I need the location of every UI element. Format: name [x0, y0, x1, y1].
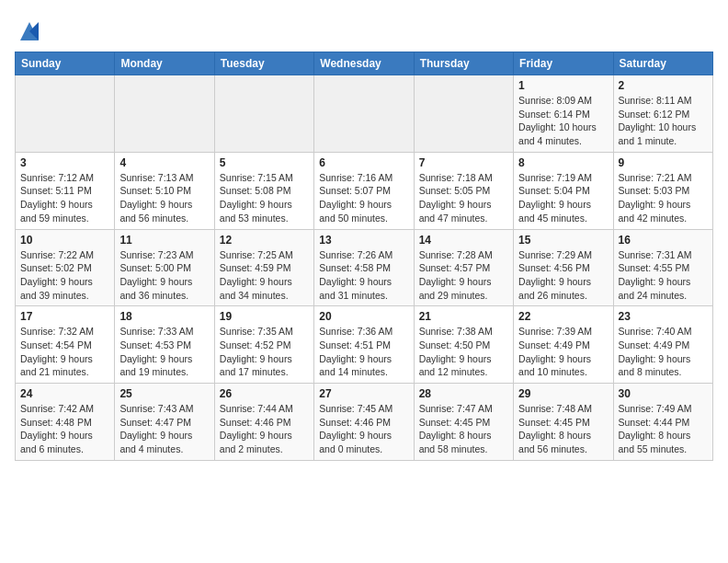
day-number: 6 [319, 156, 408, 169]
day-number: 17 [20, 310, 109, 323]
calendar-cell: 9Sunrise: 7:21 AM Sunset: 5:03 PM Daylig… [613, 152, 712, 229]
day-of-week-header: Monday [115, 52, 214, 75]
calendar-cell: 2Sunrise: 8:11 AM Sunset: 6:12 PM Daylig… [613, 75, 712, 153]
day-info: Sunrise: 7:32 AM Sunset: 4:54 PM Dayligh… [20, 325, 109, 379]
day-of-week-header: Thursday [414, 52, 513, 75]
calendar-cell: 27Sunrise: 7:45 AM Sunset: 4:46 PM Dayli… [314, 384, 414, 461]
day-info: Sunrise: 7:45 AM Sunset: 4:46 PM Dayligh… [319, 402, 408, 456]
calendar-cell: 30Sunrise: 7:49 AM Sunset: 4:44 PM Dayli… [613, 384, 712, 461]
day-info: Sunrise: 8:11 AM Sunset: 6:12 PM Dayligh… [619, 94, 708, 148]
calendar-cell: 24Sunrise: 7:42 AM Sunset: 4:48 PM Dayli… [16, 384, 115, 461]
day-info: Sunrise: 7:36 AM Sunset: 4:51 PM Dayligh… [319, 325, 408, 379]
calendar-cell: 13Sunrise: 7:26 AM Sunset: 4:58 PM Dayli… [314, 229, 414, 306]
day-info: Sunrise: 7:43 AM Sunset: 4:47 PM Dayligh… [119, 402, 209, 456]
day-info: Sunrise: 7:19 AM Sunset: 5:04 PM Dayligh… [518, 171, 608, 225]
day-number: 18 [119, 310, 209, 323]
day-info: Sunrise: 7:38 AM Sunset: 4:50 PM Dayligh… [419, 325, 508, 379]
page-header [15, 15, 713, 44]
day-info: Sunrise: 7:13 AM Sunset: 5:10 PM Dayligh… [119, 171, 209, 225]
calendar-cell [414, 75, 513, 153]
calendar-cell: 21Sunrise: 7:38 AM Sunset: 4:50 PM Dayli… [414, 306, 513, 384]
calendar-cell: 16Sunrise: 7:31 AM Sunset: 4:55 PM Dayli… [613, 229, 712, 306]
calendar-cell: 18Sunrise: 7:33 AM Sunset: 4:53 PM Dayli… [115, 306, 214, 384]
calendar-cell: 28Sunrise: 7:47 AM Sunset: 4:45 PM Dayli… [414, 384, 513, 461]
day-info: Sunrise: 7:47 AM Sunset: 4:45 PM Dayligh… [419, 402, 508, 456]
calendar-week-row: 1Sunrise: 8:09 AM Sunset: 6:14 PM Daylig… [16, 75, 713, 153]
calendar-header-row: SundayMondayTuesdayWednesdayThursdayFrid… [16, 52, 713, 75]
day-info: Sunrise: 7:12 AM Sunset: 5:11 PM Dayligh… [20, 171, 109, 225]
calendar-cell: 12Sunrise: 7:25 AM Sunset: 4:59 PM Dayli… [214, 229, 313, 306]
day-number: 13 [319, 234, 408, 247]
calendar-cell: 23Sunrise: 7:40 AM Sunset: 4:49 PM Dayli… [613, 306, 712, 384]
day-number: 11 [119, 234, 209, 247]
day-info: Sunrise: 7:44 AM Sunset: 4:46 PM Dayligh… [220, 402, 309, 456]
day-number: 1 [518, 79, 608, 92]
calendar-table: SundayMondayTuesdayWednesdayThursdayFrid… [15, 52, 713, 461]
day-number: 9 [619, 156, 708, 169]
day-info: Sunrise: 8:09 AM Sunset: 6:14 PM Dayligh… [518, 94, 608, 148]
day-of-week-header: Friday [514, 52, 613, 75]
day-number: 5 [220, 156, 309, 169]
day-of-week-header: Sunday [16, 52, 115, 75]
calendar-cell: 15Sunrise: 7:29 AM Sunset: 4:56 PM Dayli… [514, 229, 613, 306]
day-number: 24 [20, 387, 109, 400]
day-info: Sunrise: 7:18 AM Sunset: 5:05 PM Dayligh… [419, 171, 508, 225]
day-info: Sunrise: 7:40 AM Sunset: 4:49 PM Dayligh… [619, 325, 708, 379]
day-number: 19 [220, 310, 309, 323]
calendar-cell: 25Sunrise: 7:43 AM Sunset: 4:47 PM Dayli… [115, 384, 214, 461]
calendar-week-row: 10Sunrise: 7:22 AM Sunset: 5:02 PM Dayli… [16, 229, 713, 306]
day-number: 20 [319, 310, 408, 323]
day-number: 14 [419, 234, 508, 247]
day-info: Sunrise: 7:35 AM Sunset: 4:52 PM Dayligh… [220, 325, 309, 379]
calendar-week-row: 3Sunrise: 7:12 AM Sunset: 5:11 PM Daylig… [16, 152, 713, 229]
calendar-cell [214, 75, 313, 153]
day-info: Sunrise: 7:16 AM Sunset: 5:07 PM Dayligh… [319, 171, 408, 225]
calendar-cell: 7Sunrise: 7:18 AM Sunset: 5:05 PM Daylig… [414, 152, 513, 229]
calendar-cell [16, 75, 115, 153]
calendar-week-row: 24Sunrise: 7:42 AM Sunset: 4:48 PM Dayli… [16, 384, 713, 461]
day-number: 8 [518, 156, 608, 169]
day-info: Sunrise: 7:26 AM Sunset: 4:58 PM Dayligh… [319, 248, 408, 303]
calendar-cell: 10Sunrise: 7:22 AM Sunset: 5:02 PM Dayli… [16, 229, 115, 306]
calendar-cell: 20Sunrise: 7:36 AM Sunset: 4:51 PM Dayli… [314, 306, 414, 384]
day-info: Sunrise: 7:33 AM Sunset: 4:53 PM Dayligh… [119, 325, 209, 379]
day-number: 22 [518, 310, 608, 323]
calendar-cell: 3Sunrise: 7:12 AM Sunset: 5:11 PM Daylig… [16, 152, 115, 229]
day-number: 21 [419, 310, 508, 323]
day-number: 10 [20, 234, 109, 247]
calendar-cell: 19Sunrise: 7:35 AM Sunset: 4:52 PM Dayli… [214, 306, 313, 384]
day-info: Sunrise: 7:31 AM Sunset: 4:55 PM Dayligh… [619, 248, 708, 303]
calendar-cell: 5Sunrise: 7:15 AM Sunset: 5:08 PM Daylig… [214, 152, 313, 229]
calendar-cell: 8Sunrise: 7:19 AM Sunset: 5:04 PM Daylig… [514, 152, 613, 229]
day-number: 28 [419, 387, 508, 400]
day-number: 25 [119, 387, 209, 400]
calendar-cell: 6Sunrise: 7:16 AM Sunset: 5:07 PM Daylig… [314, 152, 414, 229]
day-info: Sunrise: 7:29 AM Sunset: 4:56 PM Dayligh… [518, 248, 608, 303]
calendar-cell: 17Sunrise: 7:32 AM Sunset: 4:54 PM Dayli… [16, 306, 115, 384]
day-number: 23 [619, 310, 708, 323]
day-of-week-header: Wednesday [314, 52, 414, 75]
day-info: Sunrise: 7:49 AM Sunset: 4:44 PM Dayligh… [619, 402, 708, 456]
day-info: Sunrise: 7:28 AM Sunset: 4:57 PM Dayligh… [419, 248, 508, 303]
day-number: 7 [419, 156, 508, 169]
day-number: 26 [220, 387, 309, 400]
day-number: 4 [119, 156, 209, 169]
day-number: 27 [319, 387, 408, 400]
calendar-week-row: 17Sunrise: 7:32 AM Sunset: 4:54 PM Dayli… [16, 306, 713, 384]
day-info: Sunrise: 7:23 AM Sunset: 5:00 PM Dayligh… [119, 248, 209, 303]
day-info: Sunrise: 7:21 AM Sunset: 5:03 PM Dayligh… [619, 171, 708, 225]
calendar-cell: 4Sunrise: 7:13 AM Sunset: 5:10 PM Daylig… [115, 152, 214, 229]
logo [15, 18, 42, 44]
day-number: 16 [619, 234, 708, 247]
calendar-cell: 22Sunrise: 7:39 AM Sunset: 4:49 PM Dayli… [514, 306, 613, 384]
day-info: Sunrise: 7:39 AM Sunset: 4:49 PM Dayligh… [518, 325, 608, 379]
calendar-cell: 26Sunrise: 7:44 AM Sunset: 4:46 PM Dayli… [214, 384, 313, 461]
day-info: Sunrise: 7:22 AM Sunset: 5:02 PM Dayligh… [20, 248, 109, 303]
day-number: 30 [619, 387, 708, 400]
day-number: 29 [518, 387, 608, 400]
calendar-cell [314, 75, 414, 153]
calendar-cell: 29Sunrise: 7:48 AM Sunset: 4:45 PM Dayli… [514, 384, 613, 461]
day-info: Sunrise: 7:25 AM Sunset: 4:59 PM Dayligh… [220, 248, 309, 303]
calendar-cell: 1Sunrise: 8:09 AM Sunset: 6:14 PM Daylig… [514, 75, 613, 153]
day-of-week-header: Tuesday [214, 52, 313, 75]
